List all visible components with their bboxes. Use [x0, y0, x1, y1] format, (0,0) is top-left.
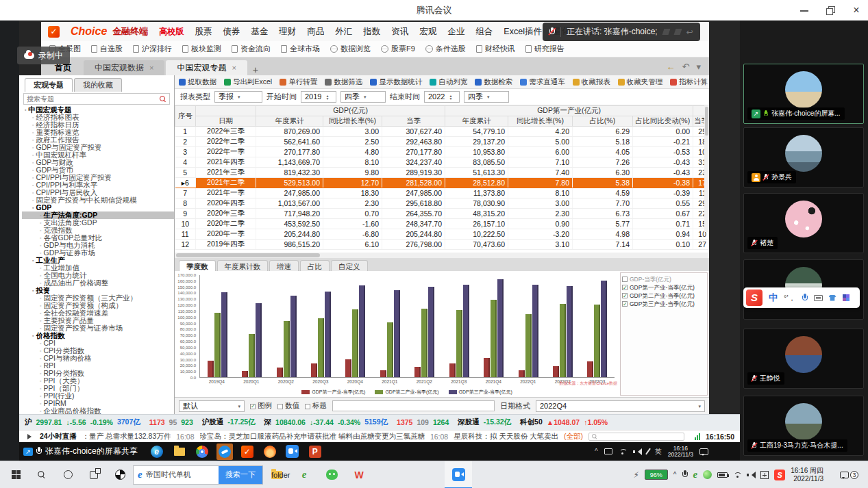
bar[interactable]: [553, 366, 559, 377]
search-go-button[interactable]: 搜索一下: [219, 465, 262, 485]
back-icon[interactable]: ←: [667, 62, 675, 72]
chevron-up-icon[interactable]: ^: [595, 448, 598, 455]
action-center-icon[interactable]: [699, 448, 708, 455]
bar[interactable]: [525, 314, 532, 377]
series-toggle[interactable]: GDP-当季(亿元): [622, 275, 706, 283]
meeting-app-icon[interactable]: [445, 461, 472, 488]
toolbar-数据检索[interactable]: 数据检索: [475, 77, 512, 87]
tree-item-固定资产投资额（三大产业）[interactable]: ▫固定资产投资额（三大产业）: [22, 294, 174, 302]
title-checkbox[interactable]: 标题: [305, 401, 327, 411]
tree-item-CPI[interactable]: ▫CPI: [22, 339, 174, 347]
tree-item-PPI（大类）[interactable]: ▫PPI（大类）: [22, 377, 174, 385]
tree-item-PPIRM[interactable]: ▫PPIRM: [22, 400, 174, 407]
tree-item-支出法角度:GDP[interactable]: ▫支出法角度:GDP: [22, 219, 174, 227]
tree-item-全社会投融资增速差[interactable]: ▫全社会投融资增速差: [22, 309, 174, 317]
tray-wifi-icon[interactable]: [733, 472, 741, 478]
tray-mic-icon[interactable]: [682, 470, 688, 479]
tray-antivirus-icon[interactable]: [703, 470, 712, 479]
tree-item-经济指标日历[interactable]: ▫经济指标日历: [22, 121, 174, 129]
table-row[interactable]: 22022年二季562,641.602.50292,463.8029,137.2…: [175, 137, 710, 147]
table-row[interactable]: 72021年一季247,985.0018.30247,985.0011,373.…: [175, 188, 710, 198]
checkbox-icon[interactable]: [622, 301, 628, 307]
reply-arrow-icon[interactable]: ↩: [686, 27, 693, 37]
search-icon[interactable]: [160, 96, 166, 103]
tree-item-企业商品价格指数[interactable]: ▫企业商品价格指数: [22, 407, 174, 414]
pen-icon[interactable]: [645, 448, 651, 454]
series-toggle[interactable]: GDP第二产业-当季(亿元): [622, 292, 706, 300]
tree-item-克强指数[interactable]: ▫克强指数: [22, 227, 174, 234]
bar[interactable]: [428, 287, 434, 377]
mic-muted-icon[interactable]: [549, 27, 555, 36]
bar[interactable]: [449, 363, 456, 377]
live-label[interactable]: 24小时直播: [40, 432, 77, 441]
tree-item-GDP与货币[interactable]: ▫GDP与货币: [22, 166, 174, 174]
menu-item-组合[interactable]: 组合: [475, 26, 493, 38]
bar[interactable]: [601, 281, 607, 377]
tray-volume-icon[interactable]: [747, 472, 755, 478]
bar[interactable]: [387, 322, 393, 377]
bar[interactable]: [560, 304, 566, 377]
restore-button[interactable]: [826, 5, 835, 15]
ime-toolbox-icon[interactable]: [843, 294, 850, 301]
chart-tab-季度数[interactable]: 季度数: [179, 260, 216, 271]
quick-link-研究报告[interactable]: 研究报告: [525, 44, 565, 54]
taskbar-search-box[interactable]: e 帝国时代单机 搜索一下: [133, 465, 263, 485]
tree-item-GDP与固定资产投资[interactable]: ▫GDP与固定资产投资: [22, 144, 174, 151]
tab-中国宏观数据[interactable]: 中国宏观数据×: [84, 60, 164, 75]
ime-punctuation-toggle[interactable]: °'，: [784, 293, 796, 303]
menu-item-商品[interactable]: 商品: [307, 26, 324, 38]
menu-item-外汇[interactable]: 外汇: [335, 26, 352, 38]
bar[interactable]: [318, 318, 324, 377]
checkbox-icon[interactable]: [622, 285, 628, 290]
table-row[interactable]: 32022年一季270,177.804.80270,177.8010,953.8…: [175, 147, 710, 157]
quick-link-板块监测[interactable]: 板块监测: [182, 44, 221, 54]
flame-app-icon[interactable]: [262, 444, 278, 460]
bar[interactable]: [249, 334, 255, 377]
tray-ie-icon[interactable]: e: [693, 469, 698, 480]
bar[interactable]: [221, 292, 227, 377]
participant-tile[interactable]: 孙景兵: [743, 127, 864, 188]
bar[interactable]: [484, 358, 490, 377]
forward-icon[interactable]: [673, 29, 682, 35]
bar[interactable]: [394, 290, 400, 377]
chart-tab-占比[interactable]: 占比: [300, 260, 330, 271]
chrome-app-icon[interactable]: [194, 444, 210, 460]
bar[interactable]: [256, 303, 262, 377]
menu-item-宏观[interactable]: 宏观: [419, 26, 436, 38]
tree-item-固定资产投资与中长期信贷规模[interactable]: ▫固定资产投资与中长期信贷规模: [22, 196, 174, 204]
wps-app-icon[interactable]: W: [345, 461, 373, 488]
tree-item-生产法角度:GDP[interactable]: ▫生产法角度:GDP: [22, 211, 174, 219]
tree-item-CPI与猪肉价格[interactable]: ▫CPI与猪肉价格: [22, 355, 174, 362]
checkbox-icon[interactable]: [622, 277, 628, 282]
tree-item-CPI/PPI与固定资产投资[interactable]: ▫CPI/PPI与固定资产投资: [22, 174, 174, 181]
edge-app-icon[interactable]: e: [149, 444, 165, 460]
chart-title-input[interactable]: [332, 400, 495, 411]
bar[interactable]: [290, 296, 297, 377]
bar[interactable]: [491, 300, 497, 377]
menu-item-资讯[interactable]: 资讯: [391, 26, 408, 38]
bar[interactable]: [284, 321, 290, 378]
bar[interactable]: [311, 363, 317, 377]
tab-中国宏观专题[interactable]: 中国宏观专题×: [166, 60, 247, 75]
tree-item-PPI（部门）[interactable]: ▫PPI（部门）: [22, 385, 174, 392]
table-row[interactable]: ▸62021年二季529,513.0012.70281,528.0028,512…: [175, 178, 710, 188]
wifi-icon[interactable]: [619, 448, 627, 455]
bar[interactable]: [208, 361, 214, 377]
tree-item-主要投资产品量[interactable]: ▫主要投资产品量: [22, 317, 174, 324]
tree-item-固定资产投资与证券市场[interactable]: ▫固定资产投资与证券市场: [22, 324, 174, 332]
bar[interactable]: [421, 309, 427, 377]
table-row[interactable]: 52021年三季819,432.309.80289,919.3051,613.3…: [175, 168, 710, 178]
close-tab-icon[interactable]: ×: [149, 60, 153, 75]
series-toggle[interactable]: GDP第一产业-当季(亿元): [622, 283, 706, 292]
wechat-app-icon[interactable]: [318, 461, 345, 488]
tree-item-GDP与证券市场[interactable]: ▫GDP与证券市场: [22, 249, 174, 257]
tree-item-CPI分类指数[interactable]: ▫CPI分类指数: [22, 347, 174, 355]
toolbar-单行转置[interactable]: 单行转置: [280, 77, 317, 87]
legend-checkbox[interactable]: 图例: [250, 401, 272, 411]
gdp-table[interactable]: 序号GDP(亿元)GDP第一产业(亿元)日期年度累计同比增长率(%)当季年度累计…: [175, 105, 709, 250]
bar[interactable]: [519, 370, 525, 377]
checkbox-icon[interactable]: [622, 293, 628, 298]
table-row[interactable]: 82020年四季1,013,567.002.30295,618.8078,030…: [175, 198, 710, 209]
tray-ime-icon[interactable]: [760, 471, 769, 479]
forward-icon[interactable]: [662, 29, 670, 35]
